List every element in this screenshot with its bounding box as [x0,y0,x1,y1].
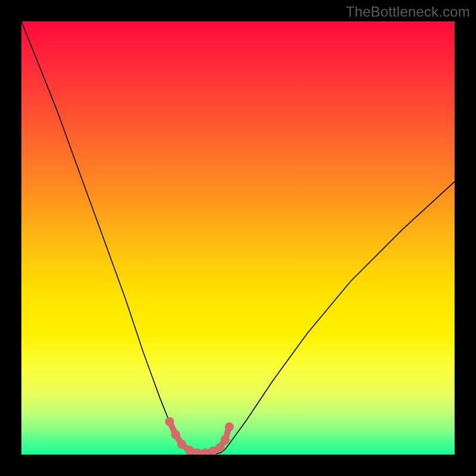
svg-point-1 [171,430,180,439]
chart-frame: TheBottleneck.com [0,0,476,476]
svg-point-7 [215,443,224,452]
plot-area [21,21,455,455]
watermark-text: TheBottleneck.com [346,4,470,20]
curve-layer [21,21,455,455]
svg-point-3 [185,446,194,455]
svg-point-8 [221,436,230,444]
svg-point-9 [225,422,234,431]
bottleneck-curve [21,21,455,455]
svg-point-0 [165,417,174,426]
svg-point-2 [177,440,186,449]
trough-marker [165,417,234,455]
